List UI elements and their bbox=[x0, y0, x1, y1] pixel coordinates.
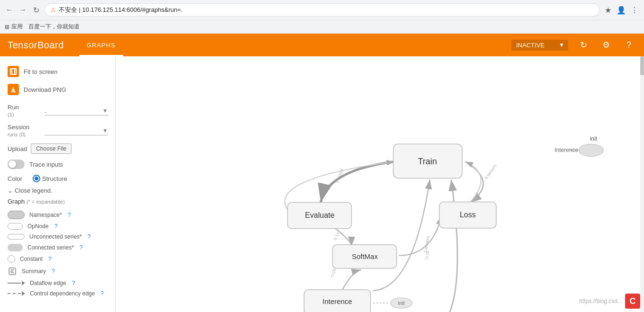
tensorboard-logo: TensorBoard bbox=[8, 40, 64, 51]
mini-init-oval bbox=[579, 144, 603, 156]
watermark-text: https://blog.csd... bbox=[579, 298, 622, 304]
loss-node-label: Loss bbox=[460, 210, 476, 219]
session-row: Session runs (0) ▼ bbox=[0, 121, 116, 141]
opnode-help-button[interactable]: ? bbox=[54, 223, 58, 230]
dataflow-shape-icon bbox=[8, 281, 25, 285]
profile-button[interactable]: 👤 bbox=[617, 5, 626, 15]
inference-node-label: Interence bbox=[322, 297, 352, 305]
graph-canvas: 9 tensors 1 tensor 0.1v. 3 tensors 7×10 … bbox=[116, 56, 644, 312]
mini-inference-label: Interence bbox=[555, 147, 578, 153]
evaluate-node-label: Evaluate bbox=[305, 211, 334, 219]
run-select[interactable]: . bbox=[45, 106, 108, 116]
header-right: INACTIVE ▼ ↻ ⚙ ? bbox=[511, 37, 636, 53]
mini-init-label: init bbox=[590, 135, 598, 142]
constant-help-button[interactable]: ? bbox=[48, 256, 52, 262]
structure-label: Structure bbox=[42, 175, 67, 182]
edge-input-train bbox=[409, 179, 457, 312]
constant-shape-icon bbox=[8, 255, 15, 263]
unconnected-help-button[interactable]: ? bbox=[88, 233, 91, 240]
inactive-select[interactable]: INACTIVE bbox=[511, 40, 568, 51]
dataflow-help-button[interactable]: ? bbox=[72, 280, 75, 286]
edge-label-inference-train: 7×10 bbox=[425, 250, 430, 260]
legend-dataflow: Dataflow edge ? bbox=[0, 278, 116, 288]
fit-icon bbox=[8, 66, 19, 77]
nav-graphs[interactable]: GRAPHS bbox=[79, 34, 123, 56]
download-png-label: Download PNG bbox=[24, 86, 66, 93]
bookmark-button[interactable]: ★ bbox=[603, 5, 613, 15]
bookmarks-bar: ⊞ 应用 百度一下，你就知道 bbox=[0, 20, 644, 33]
download-png-button[interactable]: Download PNG bbox=[8, 82, 108, 97]
scroll-thumb[interactable] bbox=[640, 56, 644, 75]
legend-opnode: OpNode ? bbox=[0, 221, 116, 232]
tensorboard-header: TensorBoard GRAPHS INACTIVE ▼ ↻ ⚙ ? bbox=[0, 34, 644, 56]
sidebar: Fit to screen Download PNG Run (1) bbox=[0, 56, 116, 312]
upload-row: Upload Choose File bbox=[0, 141, 116, 157]
back-button[interactable]: ← bbox=[5, 5, 14, 15]
settings-button[interactable]: ⚙ bbox=[599, 37, 614, 53]
namespace-help-button[interactable]: ? bbox=[68, 212, 71, 218]
control-shape-icon bbox=[8, 291, 25, 296]
train-node-label: Train bbox=[418, 157, 437, 166]
control-label: Control dependency edge bbox=[30, 290, 95, 297]
namespace-shape-icon bbox=[8, 211, 25, 219]
main-layout: Fit to screen Download PNG Run (1) bbox=[0, 56, 644, 312]
main-nav: GRAPHS bbox=[79, 34, 123, 56]
watermark: https://blog.csd... C bbox=[579, 294, 640, 309]
dataflow-label: Dataflow edge bbox=[30, 280, 66, 286]
radio-inner bbox=[35, 177, 38, 180]
menu-button[interactable]: ⋮ bbox=[630, 5, 639, 15]
legend-items: Namespace* ? OpNode ? Unconnected series… bbox=[0, 207, 116, 301]
opnode-label: OpNode bbox=[27, 223, 49, 230]
address-bar[interactable]: ⚠ 不安全 | 10.176.125.114:6006/#graphs&run=… bbox=[45, 3, 599, 17]
browser-toolbar: ← → ↻ ⚠ 不安全 | 10.176.125.114:6006/#graph… bbox=[0, 0, 644, 20]
namespace-label: Namespace* bbox=[29, 212, 62, 218]
constant-label: Constant bbox=[20, 256, 43, 262]
svg-rect-0 bbox=[10, 69, 16, 74]
legend-control: Control dependency edge ? bbox=[0, 288, 116, 299]
unconnected-shape-icon bbox=[8, 234, 25, 240]
download-icon bbox=[8, 84, 19, 95]
apps-button[interactable]: ⊞ 应用 bbox=[5, 23, 23, 31]
trace-inputs-label: Trace inputs bbox=[29, 161, 63, 168]
choose-file-button[interactable]: Choose File bbox=[31, 143, 72, 154]
refresh-tb-button[interactable]: ↻ bbox=[576, 37, 591, 53]
summary-label: Summary bbox=[22, 268, 46, 275]
graph-note: (* = expandable) bbox=[27, 199, 65, 205]
legend-namespace: Namespace* ? bbox=[0, 209, 116, 221]
edge-inference-train bbox=[373, 179, 429, 290]
control-help-button[interactable]: ? bbox=[100, 290, 104, 297]
upload-label: Upload bbox=[8, 145, 27, 152]
edge-label-inference-softmax: 7×10 bbox=[330, 268, 337, 278]
edge-label-train-loss: 9 tensors bbox=[483, 163, 498, 180]
baidu-bookmark[interactable]: 百度一下，你就知道 bbox=[28, 23, 80, 31]
connected-help-button[interactable]: ? bbox=[80, 244, 83, 251]
legend-constant: Constant ? bbox=[0, 253, 116, 265]
apps-icon: ⊞ bbox=[5, 24, 9, 30]
watermark-logo: C bbox=[625, 294, 640, 309]
security-icon: ⚠ bbox=[51, 7, 56, 13]
graph-label: Graph (* = expandable) bbox=[0, 196, 116, 207]
color-row: Color Structure bbox=[0, 172, 116, 185]
run-select-wrapper: . ▼ bbox=[45, 106, 108, 116]
color-label: Color bbox=[8, 175, 29, 182]
fit-to-screen-button[interactable]: Fit to screen bbox=[8, 64, 108, 79]
apps-label: 应用 bbox=[11, 23, 23, 31]
edge-inference-softmax bbox=[342, 270, 361, 291]
radio-circle bbox=[33, 175, 40, 182]
session-select[interactable] bbox=[45, 126, 108, 135]
structure-radio[interactable]: Structure bbox=[33, 175, 67, 182]
softmax-node-label: SoftMax bbox=[352, 252, 378, 260]
trace-inputs-toggle[interactable] bbox=[8, 160, 25, 169]
refresh-button[interactable]: ↻ bbox=[31, 5, 41, 15]
close-legend-button[interactable]: ⌄ Close legend. bbox=[0, 185, 116, 196]
forward-button[interactable]: → bbox=[18, 5, 27, 15]
unconnected-label: Unconnected series* bbox=[29, 233, 82, 240]
run-label: Run (1) bbox=[8, 104, 41, 118]
address-text: 不安全 | 10.176.125.114:6006/#graphs&run=. bbox=[59, 6, 183, 14]
inference-init-label: init bbox=[398, 300, 405, 306]
edge-label-eval-softmax: 0.1v. bbox=[333, 231, 340, 241]
run-select-wrapper: INACTIVE ▼ bbox=[511, 40, 568, 51]
summary-help-button[interactable]: ? bbox=[52, 268, 55, 275]
legend-unconnected: Unconnected series* ? bbox=[0, 232, 116, 242]
help-button[interactable]: ? bbox=[621, 37, 636, 53]
